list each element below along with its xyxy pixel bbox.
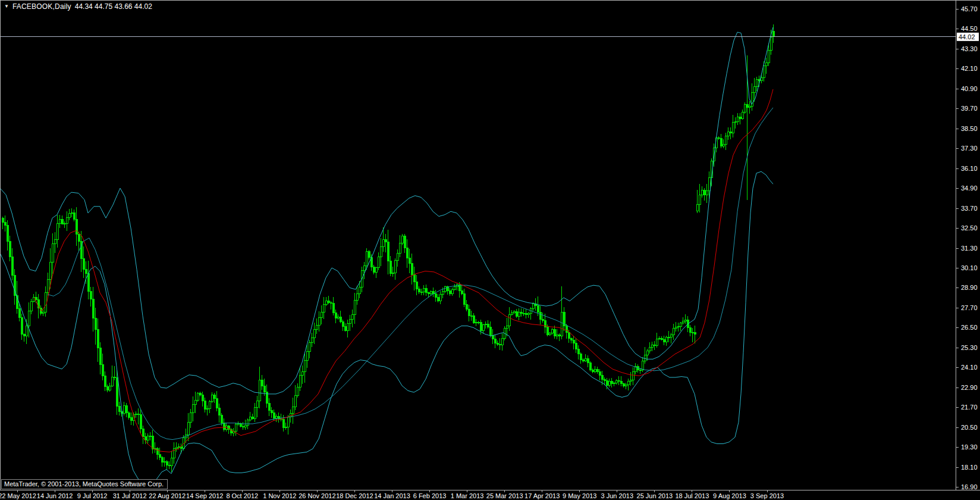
price-tick-label: 39.70 — [961, 105, 978, 112]
price-tick-label: 22.90 — [961, 384, 978, 391]
fast-moving-average — [34, 89, 773, 452]
date-tick-label: 9 Jul 2012 — [77, 492, 108, 499]
price-tick-label: 44.50 — [961, 25, 978, 32]
time-axis[interactable]: 22 May 201214 Jun 20129 Jul 201231 Jul 2… — [0, 490, 980, 500]
current-price-tag: 44.02 — [957, 33, 979, 41]
date-tick-label: 3 Sep 2013 — [750, 492, 784, 499]
candles — [2, 24, 774, 471]
date-tick-label: 31 Jul 2012 — [113, 492, 147, 499]
price-tick-label: 32.50 — [961, 224, 978, 232]
price-tick-label: 31.30 — [961, 245, 978, 252]
price-tick-label: 24.10 — [961, 364, 978, 371]
date-tick-label: 6 Feb 2013 — [413, 492, 447, 499]
chart-title: ▼ FACEBOOK,Daily 44.34 44.75 43.66 44.02 — [4, 2, 152, 11]
price-tick-label: 18.10 — [961, 464, 978, 471]
ohlc-values-label: 44.34 44.75 43.66 44.02 — [75, 2, 152, 11]
price-tick-label: 40.90 — [961, 85, 978, 92]
bollinger-lower-band — [0, 171, 773, 485]
price-tick-label: 38.50 — [961, 125, 978, 132]
date-tick-label: 22 Aug 2012 — [149, 492, 186, 499]
price-tick-label: 21.70 — [961, 404, 978, 411]
date-tick-label: 14 Jun 2012 — [37, 492, 73, 499]
price-chart[interactable]: 45.7044.5043.3042.1040.9039.7038.5037.30… — [0, 0, 980, 500]
date-tick-label: 14 Jan 2013 — [374, 492, 410, 499]
symbol-marker-icon: ▼ — [4, 3, 9, 10]
price-tick-label: 36.10 — [961, 165, 978, 172]
current-price-tag-label: 44.02 — [959, 33, 975, 40]
price-tick-label: 30.10 — [961, 264, 978, 271]
date-tick-label: 25 Jun 2013 — [637, 492, 673, 499]
date-tick-label: 26 Nov 2012 — [299, 492, 335, 499]
date-tick-label: 18 Dec 2012 — [336, 492, 373, 499]
date-tick-label: 1 Nov 2012 — [263, 492, 296, 499]
date-tick-label: 22 May 2012 — [0, 492, 36, 499]
price-tick-label: 45.70 — [961, 5, 978, 12]
slow-moving-average — [48, 108, 773, 440]
price-tick-label: 20.50 — [961, 424, 978, 431]
copyright-box: MetaTrader, © 2001-2013, MetaQuotes Soft… — [1, 479, 168, 489]
price-tick-label: 16.90 — [961, 483, 978, 490]
price-tick-label: 43.30 — [961, 45, 978, 52]
symbol-timeframe-label: FACEBOOK,Daily — [12, 2, 71, 11]
price-tick-label: 26.50 — [961, 324, 978, 331]
date-tick-label: 25 Mar 2013 — [486, 492, 523, 499]
price-tick-label: 27.70 — [961, 304, 978, 311]
plot-border — [0, 0, 980, 490]
date-tick-label: 1 Mar 2013 — [451, 492, 484, 499]
date-tick-label: 18 Jul 2013 — [675, 492, 709, 499]
date-tick-label: 8 Oct 2012 — [226, 492, 258, 499]
price-tick-label: 19.30 — [961, 443, 978, 451]
price-tick-label: 33.70 — [961, 205, 978, 212]
price-tick-label: 34.90 — [961, 185, 978, 192]
price-tick-label: 37.30 — [961, 145, 978, 152]
date-tick-label: 14 Sep 2012 — [186, 492, 223, 499]
date-tick-label: 9 May 2013 — [563, 492, 596, 499]
date-tick-label: 3 Jun 2013 — [601, 492, 633, 499]
date-tick-label: 9 Aug 2013 — [713, 492, 746, 499]
price-tick-label: 28.90 — [961, 284, 978, 291]
metatrader-chart-window: 45.7044.5043.3042.1040.9039.7038.5037.30… — [0, 0, 980, 500]
price-tick-label: 25.30 — [961, 344, 978, 351]
price-tick-label: 42.10 — [961, 65, 978, 72]
price-axis[interactable]: 45.7044.5043.3042.1040.9039.7038.5037.30… — [956, 0, 980, 490]
date-tick-label: 17 Apr 2013 — [524, 492, 560, 499]
